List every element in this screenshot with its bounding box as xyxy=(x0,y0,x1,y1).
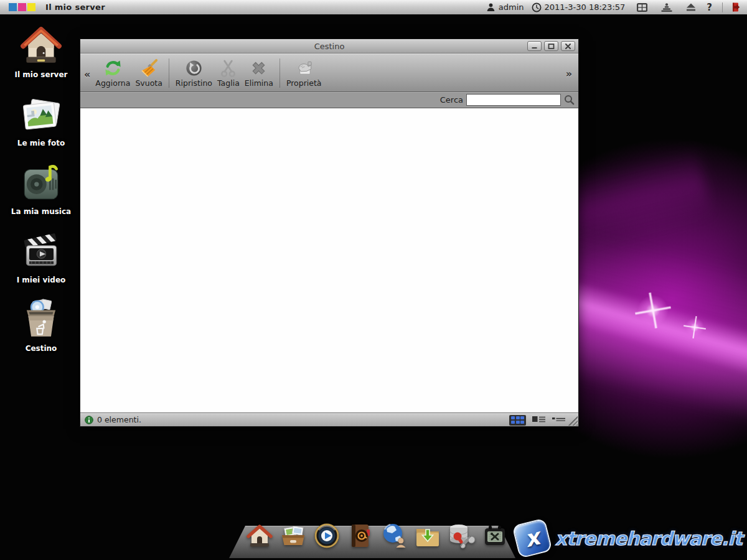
toolbar-button-label: Svuota xyxy=(135,78,162,88)
toolbar-collapse-right[interactable]: » xyxy=(566,68,572,80)
dock-address-book-icon[interactable] xyxy=(346,521,375,550)
shortcut-label: Il mio server xyxy=(15,70,68,79)
cestino-window: Cestino « Aggiorna xyxy=(80,39,579,427)
user-name: admin xyxy=(499,2,524,12)
search-bar: Cerca xyxy=(80,92,578,108)
dock-photos-icon[interactable] xyxy=(279,521,308,550)
window-statusbar: 0 elementi. xyxy=(80,413,578,426)
brand-square-yellow xyxy=(27,3,35,11)
topbar-separator xyxy=(722,2,723,12)
desktop-shortcut-cestino[interactable]: Cestino xyxy=(9,296,73,365)
toolbar-button-label: Taglia xyxy=(217,78,240,88)
info-icon xyxy=(85,416,93,424)
close-button[interactable] xyxy=(561,41,575,51)
clock-display: 2011-3-30 18:23:57 xyxy=(532,2,626,12)
window-titlebar[interactable]: Cestino xyxy=(80,39,578,54)
ripristino-button[interactable]: Ripristino xyxy=(173,57,215,88)
dock-home-icon[interactable] xyxy=(245,521,274,550)
file-list-area[interactable] xyxy=(80,108,578,413)
eject-icon[interactable] xyxy=(685,2,697,12)
dock-disk-utility-icon[interactable] xyxy=(447,521,476,550)
window-title: Cestino xyxy=(314,42,345,51)
toolbar-separator xyxy=(169,58,169,88)
search-label: Cerca xyxy=(440,95,463,105)
help-icon[interactable]: ? xyxy=(704,2,715,13)
toolbar-button-label: Proprietà xyxy=(286,78,322,88)
devices-icon[interactable] xyxy=(660,2,673,12)
window-toolbar: « Aggiorna Svuota xyxy=(80,54,578,92)
photos-icon xyxy=(18,91,64,137)
logout-icon[interactable] xyxy=(730,2,741,12)
user-menu[interactable]: admin xyxy=(486,2,524,12)
empty-trash-icon xyxy=(139,58,159,78)
maximize-button[interactable] xyxy=(544,41,558,51)
brand-square-magenta xyxy=(18,3,26,11)
dock-toolbox-icon[interactable] xyxy=(481,521,509,550)
watermark-text: xtremehardware.it xyxy=(555,528,742,549)
shortcut-label: La mia musica xyxy=(11,207,71,216)
brand-square-blue xyxy=(9,3,17,11)
system-title: Il mio server xyxy=(45,2,105,12)
cut-icon xyxy=(218,58,238,78)
datetime-text: 2011-3-30 18:23:57 xyxy=(545,2,626,12)
refresh-icon xyxy=(103,58,123,78)
aggiorna-button[interactable]: Aggiorna xyxy=(93,57,133,88)
toolbar-button-label: Aggiorna xyxy=(95,78,130,88)
toolbar-button-label: Elimina xyxy=(245,78,273,88)
search-icon[interactable] xyxy=(564,95,575,105)
list-view-icon[interactable] xyxy=(532,414,546,426)
resize-grip[interactable] xyxy=(568,416,578,426)
taglia-button[interactable]: Taglia xyxy=(215,57,242,88)
desktop-shortcut-la-mia-musica[interactable]: La mia musica xyxy=(9,159,73,228)
brand-logo-squares xyxy=(9,3,35,11)
properties-icon xyxy=(294,58,314,78)
trash-icon xyxy=(18,296,64,342)
shortcut-label: Le mie foto xyxy=(17,139,65,147)
search-input[interactable] xyxy=(466,94,561,106)
xtremehardware-watermark: x xtremehardware.it xyxy=(515,521,742,555)
desktop-shortcut-column: Il mio server Le mie foto xyxy=(9,22,73,365)
grid-view-icon[interactable] xyxy=(509,415,526,426)
close-icon xyxy=(565,44,571,49)
desktop-shortcut-le-mie-foto[interactable]: Le mie foto xyxy=(9,91,73,159)
desktop-shortcut-il-mio-server[interactable]: Il mio server xyxy=(9,22,73,91)
elimina-button[interactable]: Elimina xyxy=(242,57,276,88)
home-icon xyxy=(18,22,64,68)
user-icon xyxy=(486,2,496,12)
proprieta-button[interactable]: Proprietà xyxy=(284,57,324,88)
shortcut-label: Cestino xyxy=(26,344,57,353)
dock-web-access-icon[interactable] xyxy=(380,521,408,550)
status-text: 0 elementi. xyxy=(97,415,141,424)
toolbar-collapse-left[interactable]: « xyxy=(84,68,90,80)
system-top-bar: Il mio server admin 2011-3-30 18:23:57 ? xyxy=(0,0,747,15)
svuota-button[interactable]: Svuota xyxy=(133,57,164,88)
dock-downloads-icon[interactable] xyxy=(413,521,442,550)
detail-view-icon[interactable] xyxy=(552,414,566,426)
shortcut-label: I miei video xyxy=(17,276,66,284)
dock xyxy=(229,526,515,558)
toolbar-button-label: Ripristino xyxy=(176,78,212,88)
restore-icon xyxy=(184,58,204,78)
logo-x-glyph: x xyxy=(522,526,542,551)
apps-grid-icon[interactable] xyxy=(636,2,648,12)
dock-media-player-icon[interactable] xyxy=(312,521,341,550)
toolbar-separator xyxy=(280,58,280,88)
clock-icon xyxy=(532,2,542,12)
xtremehardware-logo-icon: x xyxy=(512,518,552,558)
minimize-button[interactable] xyxy=(527,41,542,51)
maximize-icon xyxy=(548,44,555,49)
desktop-shortcut-i-miei-video[interactable]: I miei video xyxy=(9,228,73,296)
music-icon xyxy=(18,159,64,205)
videos-icon xyxy=(18,228,64,274)
minimize-icon xyxy=(531,44,538,49)
delete-icon xyxy=(249,58,268,78)
